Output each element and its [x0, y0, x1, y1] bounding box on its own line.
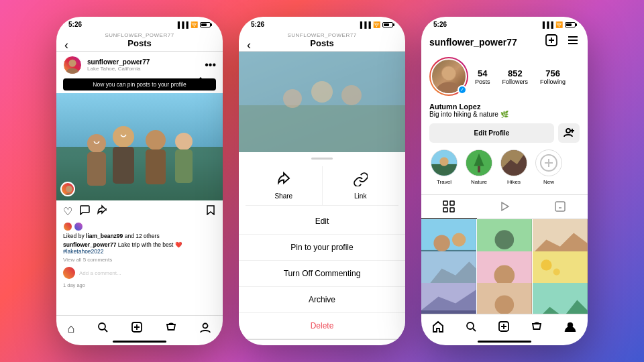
- nav-home-3[interactable]: [432, 320, 444, 336]
- nav-shop-1[interactable]: [165, 321, 177, 337]
- dimmed-post-image: [239, 52, 405, 152]
- link-button-context[interactable]: Link: [323, 166, 399, 205]
- status-bar-1: 5:26 ▐▐▐ 🛜: [56, 17, 223, 31]
- svg-point-20: [311, 81, 333, 103]
- stat-following[interactable]: 756 Following: [540, 68, 566, 85]
- back-button-1[interactable]: ‹: [64, 38, 68, 52]
- status-time-1: 5:26: [68, 21, 82, 28]
- menu-icon[interactable]: [566, 34, 580, 50]
- nav-add-1[interactable]: [131, 321, 143, 337]
- grid-photo-9[interactable]: [533, 283, 588, 314]
- profile-avatar[interactable]: ✓: [429, 57, 468, 96]
- post-menu-dots[interactable]: •••: [205, 59, 216, 71]
- profile-username-title: sunflower_power77: [429, 37, 517, 48]
- edit-profile-button[interactable]: Edit Profile: [429, 123, 554, 143]
- share-button[interactable]: [97, 204, 107, 218]
- svg-point-0: [68, 60, 76, 67]
- highlight-label-travel: Travel: [437, 179, 451, 185]
- nav-home-1[interactable]: ⌂: [68, 322, 75, 336]
- svg-rect-38: [450, 201, 454, 205]
- bottom-nav-3: [421, 314, 588, 339]
- highlight-travel[interactable]: Travel: [431, 149, 458, 185]
- link-icon: [353, 172, 368, 190]
- menu-item-archive[interactable]: Archive: [239, 287, 405, 313]
- svg-point-28: [442, 66, 455, 80]
- status-time-3: 5:26: [433, 21, 447, 28]
- menu-item-delete[interactable]: Delete: [239, 313, 405, 339]
- menu-item-turn-off-commenting[interactable]: Turn Off Commenting: [239, 261, 405, 287]
- highlight-nature[interactable]: Nature: [466, 149, 492, 185]
- svg-point-1: [66, 68, 79, 74]
- battery-icon: [200, 22, 211, 27]
- nav-search-3[interactable]: [465, 320, 477, 336]
- svg-rect-5: [87, 152, 106, 186]
- svg-rect-34: [478, 166, 480, 173]
- profile-name-bio: Autumn Lopez Big into hiking & nature 🌿: [429, 103, 580, 118]
- phone-1-post-feed: 5:26 ▐▐▐ 🛜 ‹ SUNFLOWER_POWER77 Posts sun…: [56, 17, 223, 345]
- menu-item-pin[interactable]: Pin to your profile: [239, 235, 405, 261]
- back-button-2[interactable]: ‹: [247, 38, 251, 52]
- share-button-context[interactable]: Share: [246, 166, 323, 205]
- context-menu-sheet: Share Link Edit Pin to your profile Turn…: [239, 152, 405, 339]
- header-username-1: SUNFLOWER_POWER77: [105, 32, 174, 38]
- status-icons-1: ▐▐▐ 🛜: [176, 21, 211, 28]
- comment-input[interactable]: Add a comment...: [79, 270, 121, 276]
- svg-point-62: [495, 295, 515, 314]
- tab-reels[interactable]: [477, 195, 533, 219]
- svg-point-32: [439, 157, 448, 166]
- add-contact-button[interactable]: [558, 123, 580, 143]
- battery-icon-3: [565, 22, 576, 27]
- wifi-icon-3: 🛜: [555, 21, 563, 28]
- profile-action-icons: [545, 34, 580, 50]
- highlight-hikes[interactable]: Hikes: [500, 149, 527, 185]
- like-button[interactable]: ♡: [63, 205, 72, 218]
- svg-point-12: [66, 186, 72, 192]
- add-comment-row: Add a comment...: [56, 265, 223, 281]
- nav-add-3[interactable]: [498, 320, 510, 336]
- svg-point-21: [341, 85, 362, 105]
- post-actions-row: ♡: [56, 200, 223, 222]
- highlight-circle-nature: [466, 149, 492, 176]
- tab-tagged[interactable]: [532, 195, 588, 219]
- post-overlay-avatar: [60, 182, 75, 196]
- svg-rect-3: [56, 147, 223, 200]
- nav-search-1[interactable]: [97, 321, 109, 337]
- user-avatar-1[interactable]: [63, 56, 82, 74]
- verified-badge: ✓: [458, 85, 467, 95]
- nav-profile-3[interactable]: [564, 320, 577, 337]
- profile-header: sunflower_power77 ✓ 54 Po: [421, 31, 588, 194]
- post-likes-section: Liked by liam_beanz99 and 12 others: [56, 222, 223, 241]
- signal-icon-2: ▐▐▐: [358, 21, 371, 28]
- caption-hashtag[interactable]: #laketahoe2022: [63, 248, 104, 255]
- svg-point-53: [494, 265, 515, 286]
- bottom-nav-2: ⌂: [239, 339, 405, 345]
- status-icons-3: ▐▐▐ 🛜: [541, 21, 576, 28]
- nav-shop-3[interactable]: [531, 320, 543, 336]
- highlight-circle-travel: [431, 149, 458, 176]
- svg-rect-39: [443, 208, 447, 212]
- share-link-row: Share Link: [246, 166, 398, 206]
- stat-followers[interactable]: 852 Followers: [502, 68, 529, 85]
- tab-grid[interactable]: [421, 195, 477, 219]
- like-avatar-2: [74, 222, 83, 231]
- menu-item-edit[interactable]: Edit: [239, 208, 405, 235]
- bottom-nav-1: ⌂: [56, 315, 223, 339]
- post-username[interactable]: sunflower_power77: [87, 58, 199, 66]
- grid-photo-7[interactable]: [421, 283, 476, 314]
- svg-rect-18: [239, 105, 405, 152]
- post-image-1: [56, 93, 223, 200]
- post-caption: sunflower_power77 Lake trip with the bes…: [56, 241, 223, 257]
- nav-profile-1[interactable]: [199, 321, 211, 337]
- profile-stats: 54 Posts 852 Followers 756 Following: [475, 68, 566, 85]
- svg-rect-37: [443, 201, 447, 205]
- new-post-icon[interactable]: [545, 34, 558, 50]
- grid-photo-8[interactable]: [477, 283, 532, 314]
- svg-point-47: [495, 230, 515, 249]
- view-comments-link[interactable]: View all 5 comments: [56, 257, 223, 265]
- comment-button[interactable]: [79, 204, 90, 218]
- save-button[interactable]: [205, 204, 216, 218]
- home-indicator-3: [478, 341, 531, 343]
- caption-username[interactable]: sunflower_power77: [63, 241, 116, 248]
- highlight-new[interactable]: New: [535, 149, 562, 185]
- profile-display-name: Autumn Lopez: [429, 103, 580, 111]
